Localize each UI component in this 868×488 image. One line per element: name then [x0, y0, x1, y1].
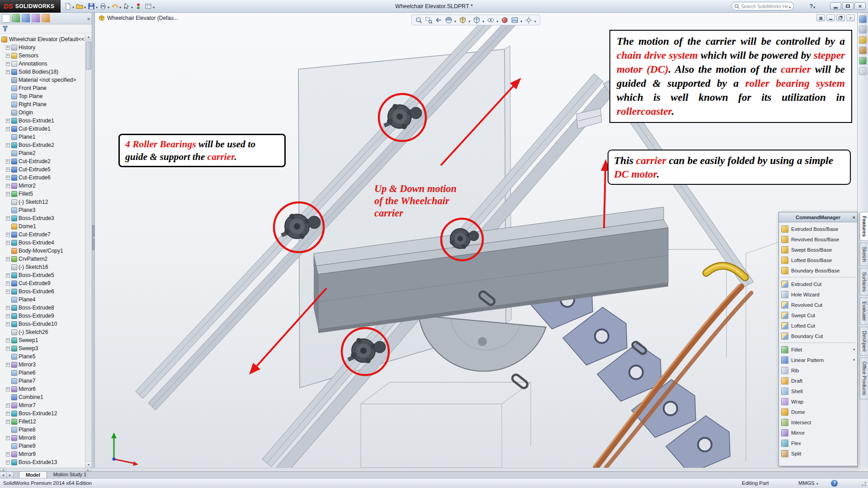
- side-tab-office-products[interactable]: Office Products: [859, 357, 868, 399]
- tree-item[interactable]: +Cut-Extrude2: [1, 157, 85, 165]
- expand-icon[interactable]: +: [6, 62, 10, 66]
- dropdown-arrow-icon[interactable]: ▾: [153, 5, 155, 9]
- expand-icon[interactable]: +: [6, 338, 10, 343]
- document-tab[interactable]: Wheelchair Elevator (Defau...: [99, 15, 178, 21]
- command-lofted-cut[interactable]: Lofted Cut: [779, 320, 857, 331]
- tree-item[interactable]: +Boss-Extrude1: [1, 117, 85, 125]
- tree-item[interactable]: +Boss-Extrude6: [1, 287, 85, 296]
- expand-icon[interactable]: +: [6, 192, 10, 196]
- dropdown-arrow-icon[interactable]: ▾: [108, 5, 109, 9]
- zoom-area-button[interactable]: [425, 16, 433, 24]
- tree-item[interactable]: +Mirror8: [1, 434, 85, 442]
- tree-item[interactable]: +Mirror7: [1, 401, 85, 409]
- expand-icon[interactable]: +: [6, 460, 10, 465]
- new-document-button[interactable]: [63, 1, 73, 11]
- dimxpertmanager-tab-icon[interactable]: [32, 14, 40, 23]
- tree-item[interactable]: +Fillet12: [1, 418, 85, 426]
- view-palette-icon[interactable]: [859, 47, 867, 54]
- expand-icon[interactable]: +: [6, 160, 10, 164]
- help-menu[interactable]: ? ▾: [810, 3, 816, 9]
- print-button[interactable]: [98, 1, 108, 11]
- view-settings-button[interactable]: [525, 16, 533, 24]
- appearances-scenes-icon[interactable]: [859, 57, 867, 65]
- tree-item[interactable]: +Cut-Extrude9: [1, 279, 85, 287]
- help-icon[interactable]: ?: [810, 3, 813, 9]
- expand-icon[interactable]: +: [6, 436, 10, 440]
- side-tab-dimxpert[interactable]: DimXpert: [859, 327, 868, 356]
- quick-help-icon[interactable]: ?: [831, 480, 838, 487]
- tree-item[interactable]: +Boss-Extrude8: [1, 304, 85, 312]
- expand-icon[interactable]: +: [6, 46, 10, 50]
- tree-item[interactable]: +Boss-Extrude13: [1, 458, 85, 466]
- horizontal-scrollbar[interactable]: ◄ ►: [0, 468, 857, 471]
- panel-splitter[interactable]: ◂: [92, 13, 95, 468]
- tree-item[interactable]: +CrvPattern2: [1, 255, 85, 263]
- section-view-button[interactable]: [445, 16, 453, 24]
- side-tab-evaluate[interactable]: Evaluate: [859, 297, 868, 325]
- command-draft[interactable]: Draft: [779, 375, 857, 386]
- propertymanager-tab-icon[interactable]: [12, 14, 20, 23]
- view-orientation-button[interactable]: [459, 16, 467, 24]
- command-fillet[interactable]: Fillet▾: [779, 344, 857, 355]
- dropdown-arrow-icon[interactable]: ▾: [813, 5, 815, 9]
- scroll-down-icon[interactable]: ▼: [85, 461, 92, 468]
- tree-item[interactable]: +Boss-Extrude2: [1, 141, 85, 149]
- command-hole-wizard[interactable]: Hole Wizard: [779, 289, 857, 300]
- tree-item[interactable]: +Material <not specified>: [1, 76, 85, 84]
- side-tab-sketch[interactable]: Sketch: [859, 243, 868, 266]
- tree-item[interactable]: +Body-Move/Copy1: [1, 247, 85, 255]
- hide-show-items-button[interactable]: [487, 16, 495, 24]
- tree-item[interactable]: +Plane7: [1, 377, 85, 385]
- expand-icon[interactable]: +: [6, 168, 10, 172]
- dropdown-arrow-icon[interactable]: ▾: [468, 19, 470, 23]
- tree-item[interactable]: +Boss-Extrude5: [1, 271, 85, 279]
- rebuild-button[interactable]: [133, 1, 143, 11]
- tree-item[interactable]: +Mirror9: [1, 450, 85, 458]
- tree-item[interactable]: +Plane2: [1, 149, 85, 157]
- tree-item[interactable]: +Mirror3: [1, 361, 85, 369]
- tree-item[interactable]: +Plane9: [1, 442, 85, 450]
- command-shell[interactable]: Shell: [779, 386, 857, 396]
- command-wrap[interactable]: Wrap: [779, 396, 857, 407]
- tab-scroll-left-icon[interactable]: ◄: [0, 472, 7, 478]
- tree-item[interactable]: +Boss-Extrude3: [1, 214, 85, 222]
- expand-icon[interactable]: +: [6, 452, 10, 456]
- expand-icon[interactable]: +: [6, 119, 10, 123]
- select-button[interactable]: [122, 1, 132, 11]
- command-extruded-boss-base[interactable]: Extruded Boss/Base: [779, 224, 857, 234]
- side-tab-surfaces[interactable]: Surfaces: [859, 268, 868, 296]
- dropdown-arrow-icon[interactable]: ▾: [84, 5, 86, 9]
- tab-overflow-icon[interactable]: »: [87, 16, 90, 21]
- tree-item[interactable]: +Cut-Extrude7: [1, 230, 85, 239]
- tree-item[interactable]: +Cut-Extrude1: [1, 125, 85, 133]
- expand-icon[interactable]: +: [6, 290, 10, 294]
- expand-icon[interactable]: +: [6, 257, 10, 261]
- expand-icon[interactable]: +: [6, 143, 10, 147]
- tree-item[interactable]: +Sweep1: [1, 336, 85, 344]
- expand-icon[interactable]: +: [6, 322, 10, 326]
- commandmanager-titlebar[interactable]: CommandManager ×: [779, 212, 857, 222]
- command-boundary-cut[interactable]: Boundary Cut: [779, 331, 857, 341]
- search-dropdown-icon[interactable]: ▾: [789, 5, 791, 9]
- command-revolved-boss-base[interactable]: Revolved Boss/Base: [779, 234, 857, 244]
- apply-scene-button[interactable]: [511, 16, 519, 24]
- command-extruded-cut[interactable]: Extruded Cut: [779, 279, 857, 289]
- displaymanager-tab-icon[interactable]: [42, 14, 50, 23]
- tree-item[interactable]: +Right Plane: [1, 100, 85, 108]
- tree-item[interactable]: +Cut-Extrude6: [1, 174, 85, 182]
- tree-item[interactable]: +(-) Sketch12: [1, 198, 85, 206]
- tab-motion-study-1[interactable]: Motion Study 1: [47, 471, 93, 478]
- scroll-up-icon[interactable]: ▲: [85, 34, 92, 40]
- tree-item[interactable]: +Top Plane: [1, 92, 85, 100]
- tree-item[interactable]: +Fillet5: [1, 190, 85, 198]
- expand-icon[interactable]: +: [6, 347, 10, 351]
- tree-item[interactable]: +(-) Sketch26: [1, 328, 85, 336]
- expand-icon[interactable]: +: [6, 241, 10, 245]
- tree-item[interactable]: +History: [1, 43, 85, 52]
- display-style-button[interactable]: [473, 16, 481, 24]
- doc-tile-button[interactable]: ▦: [816, 14, 825, 21]
- expand-icon[interactable]: +: [6, 387, 10, 391]
- expand-icon[interactable]: +: [6, 70, 10, 74]
- scroll-left-icon[interactable]: ◄: [0, 468, 6, 471]
- tree-item[interactable]: +Mirror2: [1, 182, 85, 190]
